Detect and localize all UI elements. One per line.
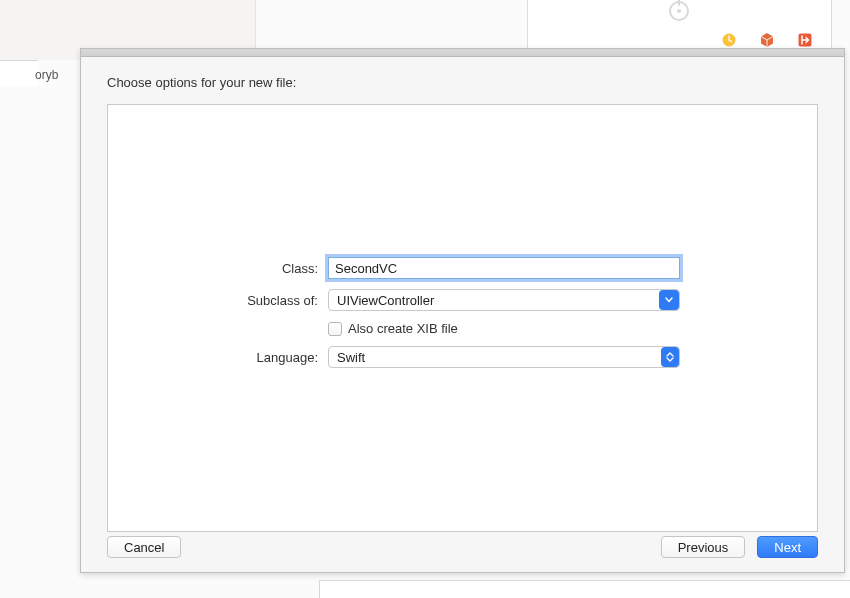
sheet-titlebar	[81, 49, 844, 57]
exit-icon	[797, 32, 813, 48]
subclass-value: UIViewController	[337, 293, 434, 308]
sheet-heading: Choose options for your new file:	[107, 75, 818, 90]
next-button[interactable]: Next	[757, 536, 818, 558]
updown-icon	[661, 347, 679, 367]
bg-icon-row	[721, 32, 813, 48]
previous-button[interactable]: Previous	[661, 536, 746, 558]
sidebar-item-label: oryb	[35, 68, 58, 82]
bg-right-card	[527, 0, 832, 55]
language-label: Language:	[108, 350, 328, 365]
cancel-button[interactable]: Cancel	[107, 536, 181, 558]
xib-row: Also create XIB file	[108, 321, 817, 336]
segue-icon	[664, 0, 694, 26]
new-file-options-sheet: Choose options for your new file: Class:…	[80, 48, 845, 573]
bg-bottom-panel	[319, 580, 850, 598]
xib-checkbox[interactable]	[328, 322, 342, 336]
options-form: Class: Subclass of: UIViewController	[108, 257, 817, 368]
clock-icon	[721, 32, 737, 48]
language-value: Swift	[337, 350, 365, 365]
subclass-row: Subclass of: UIViewController	[108, 289, 817, 311]
subclass-combobox[interactable]: UIViewController	[328, 289, 680, 311]
sheet-footer: Cancel Previous Next	[107, 536, 818, 558]
class-input[interactable]	[328, 257, 680, 279]
class-label: Class:	[108, 261, 328, 276]
options-frame: Class: Subclass of: UIViewController	[107, 104, 818, 532]
svg-point-1	[677, 9, 681, 13]
language-row: Language: Swift	[108, 346, 817, 368]
language-popup[interactable]: Swift	[328, 346, 680, 368]
class-row: Class:	[108, 257, 817, 279]
bg-left-strip	[0, 60, 38, 86]
xib-label: Also create XIB file	[348, 321, 458, 336]
subclass-label: Subclass of:	[108, 293, 328, 308]
chevron-down-icon	[659, 290, 679, 310]
xib-checkbox-row[interactable]: Also create XIB file	[328, 321, 458, 336]
box-icon	[759, 32, 775, 48]
